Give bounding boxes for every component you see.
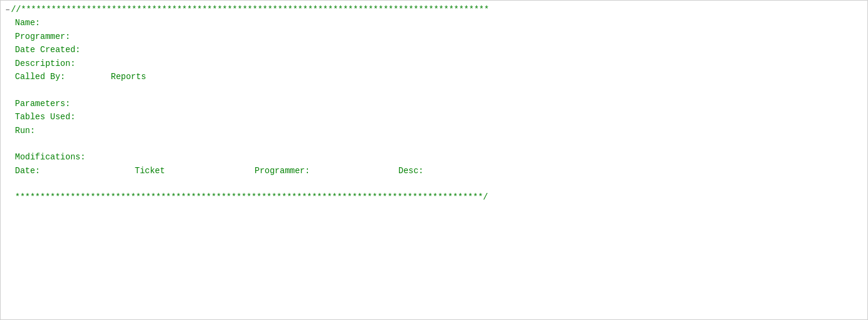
empty-line-2 (5, 137, 863, 150)
empty-line-1 (5, 83, 863, 96)
called-by-value: Reports (111, 70, 146, 83)
name-line: Name: (5, 16, 863, 29)
parameters-line: Parameters: (5, 97, 863, 110)
top-stars-line: − / /***********************************… (5, 3, 863, 16)
tables-used-line: Tables Used: (5, 110, 863, 123)
programmer-line: Programmer: (5, 30, 863, 43)
name-label: Name: (15, 16, 111, 29)
modifications-line: Modifications: (5, 150, 863, 164)
top-stars: /***************************************… (16, 3, 489, 16)
tables-used-label: Tables Used: (15, 110, 111, 123)
open-slash: / (11, 3, 16, 16)
mod-header-line: Date: Ticket Programmer: Desc: (5, 164, 863, 177)
run-line: Run: (5, 124, 863, 137)
run-label: Run: (15, 124, 111, 137)
called-by-line: Called By: Reports (5, 70, 863, 83)
description-line: Description: (5, 57, 863, 70)
ticket-col-label: Ticket (135, 164, 255, 177)
parameters-label: Parameters: (15, 97, 111, 110)
description-label: Description: (15, 57, 111, 70)
date-created-line: Date Created: (5, 43, 863, 56)
programmer-col-label: Programmer: (255, 164, 398, 177)
date-col-label: Date: (15, 164, 135, 177)
bottom-stars: ****************************************… (15, 191, 488, 204)
modifications-label: Modifications: (15, 150, 111, 164)
desc-col-label: Desc: (398, 164, 424, 177)
bottom-stars-line: ****************************************… (5, 191, 863, 204)
date-created-label: Date Created: (15, 43, 111, 56)
code-editor: − / /***********************************… (0, 0, 868, 320)
empty-line-3 (5, 177, 863, 191)
collapse-icon[interactable]: − (5, 5, 10, 16)
programmer-label: Programmer: (15, 30, 111, 43)
called-by-label: Called By: (15, 70, 111, 83)
